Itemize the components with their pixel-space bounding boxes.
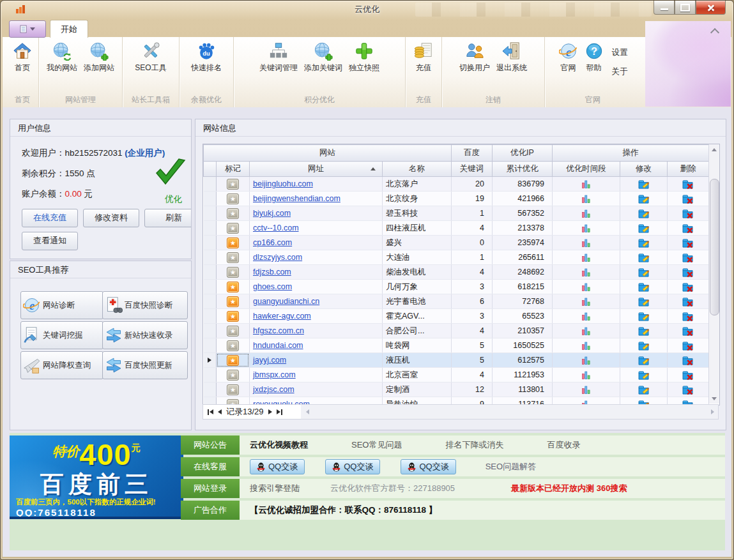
star-icon[interactable]: ★ <box>227 238 239 248</box>
star-icon[interactable]: ★ <box>227 311 239 322</box>
scrollbar-thumb[interactable] <box>710 179 719 315</box>
ribbon-button-standalone-snapshot[interactable]: 独立快照 <box>346 40 383 75</box>
chart-icon[interactable] <box>582 312 590 321</box>
site-link[interactable]: jayyj.com <box>253 356 286 365</box>
column-header-keywords[interactable]: 关键词 <box>452 162 493 177</box>
next-record-button[interactable] <box>268 409 272 414</box>
table-row[interactable]: ★cctv--10.com四柱液压机4213378 <box>204 221 709 236</box>
ribbon-button-switch-user[interactable]: 切换用户 <box>456 40 493 75</box>
site-link[interactable]: hawker-agv.com <box>253 312 311 321</box>
edit-icon[interactable] <box>638 209 650 218</box>
site-link[interactable]: hfgszc.com.cn <box>253 326 304 335</box>
edit-icon[interactable] <box>638 385 650 395</box>
qq-chat-button[interactable]: QQ交谈 <box>250 459 305 474</box>
ribbon-button-seo-tools[interactable]: SEO工具 <box>132 40 169 75</box>
star-icon[interactable]: ★ <box>227 193 239 204</box>
edit-icon[interactable] <box>638 297 650 306</box>
table-row[interactable]: ★guangyudianchi.cn光宇蓄电池672768 <box>204 294 709 309</box>
mark-cell[interactable]: ★ <box>217 382 250 397</box>
mark-cell[interactable]: ★ <box>217 280 250 294</box>
site-diagnose-button[interactable]: e网站诊断 <box>20 291 103 319</box>
edit-profile-button[interactable]: 修改资料 <box>83 209 139 227</box>
baidu-snapshot-update-button[interactable]: 百度快照更新 <box>102 351 188 379</box>
site-link[interactable]: dlzszyjys.com <box>253 253 302 262</box>
site-link[interactable]: ghoes.com <box>253 282 292 291</box>
star-icon[interactable]: ★ <box>227 179 239 190</box>
edit-icon[interactable] <box>638 268 650 277</box>
ribbon-button-exit-system[interactable]: 退出系统 <box>493 40 530 75</box>
prev-record-button[interactable] <box>218 409 222 414</box>
chart-icon[interactable] <box>582 386 590 394</box>
delete-icon[interactable] <box>682 326 694 336</box>
qq-chat-button[interactable]: QQ交谈 <box>401 459 455 474</box>
star-icon[interactable]: ★ <box>227 208 239 219</box>
chart-icon[interactable] <box>582 371 590 379</box>
mark-cell[interactable]: ★ <box>217 265 250 280</box>
qq-chat-button[interactable]: QQ交谈 <box>325 459 380 474</box>
delete-icon[interactable] <box>682 179 694 189</box>
notice-link[interactable]: 云优化视频教程 <box>250 439 308 451</box>
delete-icon[interactable] <box>682 253 694 262</box>
ribbon-button-help[interactable]: ?帮助 <box>581 40 607 75</box>
chart-icon[interactable] <box>582 268 590 276</box>
ribbon-button-add-site[interactable]: 添加网站 <box>80 40 118 75</box>
delete-icon[interactable] <box>682 385 694 395</box>
ribbon-button-quick-rank[interactable]: du快速排名 <box>188 40 225 75</box>
delete-icon[interactable] <box>682 282 694 292</box>
refresh-button[interactable]: 刷新 <box>144 209 192 227</box>
horizontal-scrollbar[interactable] <box>301 404 719 420</box>
mark-cell[interactable]: ★ <box>217 236 250 250</box>
site-link[interactable]: cctv--10.com <box>253 223 299 232</box>
notice-link[interactable]: 百度收录 <box>547 439 580 451</box>
delete-icon[interactable] <box>682 268 694 277</box>
delete-icon[interactable] <box>682 238 694 248</box>
column-header-edit[interactable]: 修改 <box>620 162 668 177</box>
ribbon-button-recharge[interactable]: 充值 <box>411 40 436 75</box>
ribbon-button-about[interactable]: 关于 <box>609 66 631 78</box>
column-header-delete[interactable]: 删除 <box>668 162 709 177</box>
table-row[interactable]: ★biyukj.com碧玉科技1567352 <box>204 206 709 221</box>
mark-cell[interactable]: ★ <box>217 368 250 382</box>
collapse-ribbon-button[interactable] <box>710 27 720 36</box>
site-demote-check-button[interactable]: 网站降权查询 <box>20 351 103 379</box>
delete-icon[interactable] <box>682 341 694 351</box>
close-button[interactable] <box>696 1 726 15</box>
edit-icon[interactable] <box>638 282 650 292</box>
mark-cell[interactable]: ★ <box>217 294 250 309</box>
scroll-down-button[interactable] <box>709 393 719 404</box>
column-header-name[interactable]: 名称 <box>383 162 452 177</box>
star-icon[interactable]: ★ <box>227 355 239 366</box>
app-menu-button[interactable] <box>9 20 46 38</box>
site-link[interactable]: fdjzsb.com <box>253 268 291 276</box>
delete-icon[interactable] <box>682 223 694 233</box>
chart-icon[interactable] <box>582 254 590 262</box>
star-icon[interactable]: ★ <box>227 384 239 395</box>
table-row[interactable]: ★hndundai.com吨袋网51650525 <box>204 338 709 353</box>
table-row[interactable]: ★hawker-agv.com霍克AGV...365523 <box>204 309 709 324</box>
chart-icon[interactable] <box>582 180 590 188</box>
service-extra-link[interactable]: SEO问题解答 <box>486 461 536 473</box>
mark-cell[interactable]: ★ <box>217 192 250 206</box>
mark-cell[interactable]: ★ <box>217 309 250 324</box>
star-icon[interactable]: ★ <box>227 370 239 381</box>
first-record-button[interactable] <box>208 409 213 415</box>
delete-icon[interactable] <box>682 194 694 204</box>
edit-icon[interactable] <box>638 341 650 351</box>
site-link[interactable]: biyukj.com <box>253 209 291 218</box>
edit-icon[interactable] <box>638 253 650 262</box>
table-row[interactable]: ★jbmspx.com北京画室41121953 <box>204 368 709 382</box>
ribbon-button-keyword-manage[interactable]: 关键词管理 <box>256 40 301 75</box>
chart-icon[interactable] <box>582 283 590 291</box>
keyword-dig-button[interactable]: 关键词挖掘 <box>20 321 103 349</box>
ribbon-button-home[interactable]: 首页 <box>10 40 35 75</box>
chart-icon[interactable] <box>582 209 590 218</box>
maximize-button[interactable] <box>675 1 696 15</box>
delete-icon[interactable] <box>682 356 694 365</box>
table-row[interactable]: ★cp166.com盛兴0235974 <box>204 236 709 250</box>
column-header-mark[interactable]: 标记 <box>217 162 250 177</box>
site-link[interactable]: guangyudianchi.cn <box>253 297 319 306</box>
mark-cell[interactable]: ★ <box>217 177 250 192</box>
last-record-button[interactable] <box>277 409 282 415</box>
site-link[interactable]: beijingluohu.com <box>253 179 313 188</box>
star-icon[interactable]: ★ <box>227 267 239 278</box>
